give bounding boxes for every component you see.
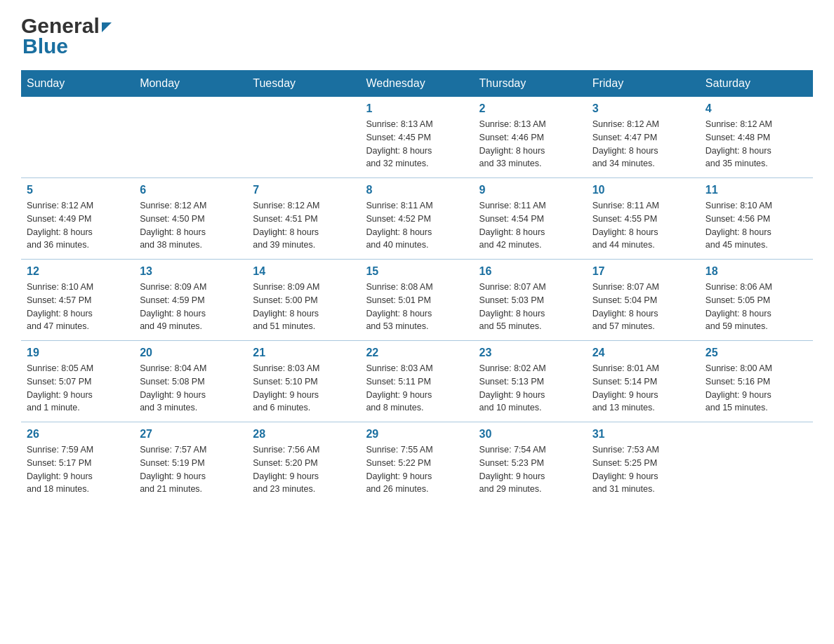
day-number: 7 bbox=[253, 184, 355, 196]
day-info: Sunrise: 8:02 AM Sunset: 5:13 PM Dayligh… bbox=[479, 362, 581, 415]
calendar-cell bbox=[134, 97, 247, 178]
day-number: 18 bbox=[706, 265, 807, 278]
weekday-header-wednesday: Wednesday bbox=[360, 70, 473, 97]
calendar-week-row: 12Sunrise: 8:10 AM Sunset: 4:57 PM Dayli… bbox=[21, 260, 813, 341]
day-info: Sunrise: 8:05 AM Sunset: 5:07 PM Dayligh… bbox=[27, 362, 128, 415]
calendar-cell: 30Sunrise: 7:54 AM Sunset: 5:23 PM Dayli… bbox=[474, 422, 587, 504]
day-info: Sunrise: 8:12 AM Sunset: 4:51 PM Dayligh… bbox=[253, 199, 355, 252]
calendar-cell: 20Sunrise: 8:04 AM Sunset: 5:08 PM Dayli… bbox=[134, 341, 247, 422]
calendar-cell: 25Sunrise: 8:00 AM Sunset: 5:16 PM Dayli… bbox=[700, 341, 813, 422]
day-info: Sunrise: 8:00 AM Sunset: 5:16 PM Dayligh… bbox=[706, 362, 807, 415]
calendar-cell: 13Sunrise: 8:09 AM Sunset: 4:59 PM Dayli… bbox=[134, 260, 247, 341]
calendar-cell: 1Sunrise: 8:13 AM Sunset: 4:45 PM Daylig… bbox=[360, 97, 473, 178]
calendar-cell: 6Sunrise: 8:12 AM Sunset: 4:50 PM Daylig… bbox=[134, 178, 247, 260]
calendar-week-row: 1Sunrise: 8:13 AM Sunset: 4:45 PM Daylig… bbox=[21, 97, 813, 178]
day-number: 29 bbox=[366, 428, 468, 441]
day-info: Sunrise: 8:13 AM Sunset: 4:46 PM Dayligh… bbox=[479, 118, 581, 170]
day-number: 1 bbox=[366, 102, 468, 115]
calendar-week-row: 19Sunrise: 8:05 AM Sunset: 5:07 PM Dayli… bbox=[21, 341, 813, 422]
day-number: 25 bbox=[706, 347, 807, 359]
day-number: 23 bbox=[479, 347, 581, 359]
weekday-header-saturday: Saturday bbox=[700, 70, 813, 97]
day-number: 22 bbox=[366, 347, 468, 359]
day-info: Sunrise: 8:08 AM Sunset: 5:01 PM Dayligh… bbox=[366, 281, 468, 333]
calendar-cell: 23Sunrise: 8:02 AM Sunset: 5:13 PM Dayli… bbox=[474, 341, 587, 422]
day-info: Sunrise: 8:10 AM Sunset: 4:57 PM Dayligh… bbox=[27, 281, 128, 333]
day-info: Sunrise: 8:12 AM Sunset: 4:48 PM Dayligh… bbox=[706, 118, 807, 170]
day-number: 15 bbox=[366, 265, 468, 278]
calendar-cell bbox=[247, 97, 360, 178]
weekday-header-monday: Monday bbox=[134, 70, 247, 97]
day-number: 11 bbox=[706, 184, 807, 196]
day-number: 16 bbox=[479, 265, 581, 278]
day-number: 21 bbox=[253, 347, 355, 359]
day-info: Sunrise: 8:04 AM Sunset: 5:08 PM Dayligh… bbox=[140, 362, 241, 415]
day-number: 6 bbox=[140, 184, 241, 196]
calendar-cell: 5Sunrise: 8:12 AM Sunset: 4:49 PM Daylig… bbox=[21, 178, 134, 260]
logo-triangle-icon bbox=[102, 22, 112, 32]
calendar-cell: 8Sunrise: 8:11 AM Sunset: 4:52 PM Daylig… bbox=[360, 178, 473, 260]
day-info: Sunrise: 8:09 AM Sunset: 4:59 PM Dayligh… bbox=[140, 281, 241, 333]
day-info: Sunrise: 8:06 AM Sunset: 5:05 PM Dayligh… bbox=[706, 281, 807, 333]
weekday-header-sunday: Sunday bbox=[21, 70, 134, 97]
day-number: 26 bbox=[27, 428, 128, 441]
calendar-cell: 26Sunrise: 7:59 AM Sunset: 5:17 PM Dayli… bbox=[21, 422, 134, 504]
day-info: Sunrise: 8:01 AM Sunset: 5:14 PM Dayligh… bbox=[593, 362, 694, 415]
weekday-header-thursday: Thursday bbox=[474, 70, 587, 97]
day-info: Sunrise: 8:11 AM Sunset: 4:55 PM Dayligh… bbox=[593, 199, 694, 252]
day-number: 27 bbox=[140, 428, 241, 441]
day-number: 12 bbox=[27, 265, 128, 278]
calendar-cell: 17Sunrise: 8:07 AM Sunset: 5:04 PM Dayli… bbox=[587, 260, 700, 341]
day-number: 13 bbox=[140, 265, 241, 278]
logo-text: General Blue bbox=[21, 14, 112, 58]
day-number: 14 bbox=[253, 265, 355, 278]
day-info: Sunrise: 8:10 AM Sunset: 4:56 PM Dayligh… bbox=[706, 199, 807, 252]
weekday-header-tuesday: Tuesday bbox=[247, 70, 360, 97]
day-info: Sunrise: 8:11 AM Sunset: 4:52 PM Dayligh… bbox=[366, 199, 468, 252]
calendar-cell: 4Sunrise: 8:12 AM Sunset: 4:48 PM Daylig… bbox=[700, 97, 813, 178]
page-header: General Blue bbox=[21, 14, 813, 58]
day-number: 5 bbox=[27, 184, 128, 196]
day-info: Sunrise: 7:57 AM Sunset: 5:19 PM Dayligh… bbox=[140, 443, 241, 496]
calendar-cell: 19Sunrise: 8:05 AM Sunset: 5:07 PM Dayli… bbox=[21, 341, 134, 422]
calendar-cell: 10Sunrise: 8:11 AM Sunset: 4:55 PM Dayli… bbox=[587, 178, 700, 260]
calendar-cell: 2Sunrise: 8:13 AM Sunset: 4:46 PM Daylig… bbox=[474, 97, 587, 178]
day-info: Sunrise: 7:55 AM Sunset: 5:22 PM Dayligh… bbox=[366, 443, 468, 496]
day-info: Sunrise: 8:12 AM Sunset: 4:50 PM Dayligh… bbox=[140, 199, 241, 252]
calendar-table: SundayMondayTuesdayWednesdayThursdayFrid… bbox=[21, 70, 813, 503]
day-number: 8 bbox=[366, 184, 468, 196]
calendar-cell: 31Sunrise: 7:53 AM Sunset: 5:25 PM Dayli… bbox=[587, 422, 700, 504]
day-number: 28 bbox=[253, 428, 355, 441]
calendar-cell: 9Sunrise: 8:11 AM Sunset: 4:54 PM Daylig… bbox=[474, 178, 587, 260]
day-info: Sunrise: 8:12 AM Sunset: 4:47 PM Dayligh… bbox=[593, 118, 694, 170]
logo-blue-text: Blue bbox=[22, 34, 112, 58]
day-number: 9 bbox=[479, 184, 581, 196]
calendar-cell: 15Sunrise: 8:08 AM Sunset: 5:01 PM Dayli… bbox=[360, 260, 473, 341]
day-info: Sunrise: 8:12 AM Sunset: 4:49 PM Dayligh… bbox=[27, 199, 128, 252]
weekday-header-friday: Friday bbox=[587, 70, 700, 97]
calendar-cell bbox=[700, 422, 813, 504]
day-number: 31 bbox=[593, 428, 694, 441]
calendar-cell: 16Sunrise: 8:07 AM Sunset: 5:03 PM Dayli… bbox=[474, 260, 587, 341]
day-info: Sunrise: 8:07 AM Sunset: 5:04 PM Dayligh… bbox=[593, 281, 694, 333]
calendar-cell: 14Sunrise: 8:09 AM Sunset: 5:00 PM Dayli… bbox=[247, 260, 360, 341]
day-info: Sunrise: 8:13 AM Sunset: 4:45 PM Dayligh… bbox=[366, 118, 468, 170]
calendar-cell: 7Sunrise: 8:12 AM Sunset: 4:51 PM Daylig… bbox=[247, 178, 360, 260]
calendar-cell: 27Sunrise: 7:57 AM Sunset: 5:19 PM Dayli… bbox=[134, 422, 247, 504]
calendar-week-row: 26Sunrise: 7:59 AM Sunset: 5:17 PM Dayli… bbox=[21, 422, 813, 504]
day-number: 24 bbox=[593, 347, 694, 359]
calendar-cell: 11Sunrise: 8:10 AM Sunset: 4:56 PM Dayli… bbox=[700, 178, 813, 260]
day-number: 4 bbox=[706, 102, 807, 115]
day-info: Sunrise: 8:11 AM Sunset: 4:54 PM Dayligh… bbox=[479, 199, 581, 252]
logo: General Blue bbox=[21, 14, 112, 58]
day-number: 20 bbox=[140, 347, 241, 359]
calendar-cell: 28Sunrise: 7:56 AM Sunset: 5:20 PM Dayli… bbox=[247, 422, 360, 504]
calendar-cell: 21Sunrise: 8:03 AM Sunset: 5:10 PM Dayli… bbox=[247, 341, 360, 422]
day-number: 19 bbox=[27, 347, 128, 359]
day-number: 30 bbox=[479, 428, 581, 441]
day-info: Sunrise: 7:53 AM Sunset: 5:25 PM Dayligh… bbox=[593, 443, 694, 496]
calendar-cell: 12Sunrise: 8:10 AM Sunset: 4:57 PM Dayli… bbox=[21, 260, 134, 341]
day-number: 17 bbox=[593, 265, 694, 278]
weekday-header-row: SundayMondayTuesdayWednesdayThursdayFrid… bbox=[21, 70, 813, 97]
day-number: 10 bbox=[593, 184, 694, 196]
